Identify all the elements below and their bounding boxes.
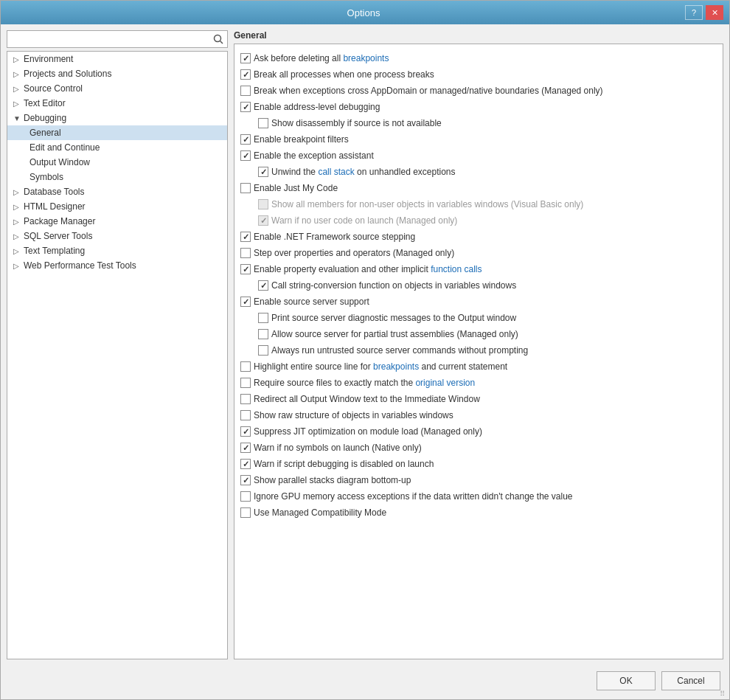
option-label: Highlight entire source line for breakpo… [254,360,507,373]
dialog-body: ▷ Environment ▷ Projects and Solutions ▷… [1,24,729,699]
sidebar-item-projects[interactable]: ▷ Projects and Solutions [7,66,227,81]
sidebar-item-general[interactable]: General [7,125,227,140]
cancel-button[interactable]: Cancel [661,671,720,690]
sidebar-item-label: Text Templating [24,246,85,256]
option-checkbox[interactable] [240,297,251,307]
option-label: Enable breakpoint filters [254,133,349,146]
option-checkbox[interactable] [240,475,251,485]
sidebar-item-sql-server[interactable]: ▷ SQL Server Tools [7,229,227,243]
option-row: Enable Just My Code [237,180,720,196]
sidebar-item-html-designer[interactable]: ▷ HTML Designer [7,199,227,214]
sidebar-item-output-window[interactable]: Output Window [7,155,227,170]
sidebar-item-text-templating[interactable]: ▷ Text Templating [7,243,227,258]
sidebar-item-label: HTML Designer [24,201,86,212]
sidebar-item-label: Symbols [29,172,63,182]
option-checkbox[interactable] [240,394,251,404]
sidebar-item-source-control[interactable]: ▷ Source Control [7,81,227,96]
option-row: Warn if script debugging is disabled on … [237,456,720,472]
sidebar-item-edit-continue[interactable]: Edit and Continue [7,140,227,155]
sidebar-item-label: Output Window [29,157,90,167]
option-row: Unwind the call stack on unhandled excep… [237,164,720,180]
option-checkbox[interactable] [240,248,251,258]
sidebar-item-package-manager[interactable]: ▷ Package Manager [7,214,227,229]
option-checkbox[interactable] [240,459,251,469]
option-checkbox[interactable] [240,53,251,63]
arrow-icon: ▷ [13,232,21,240]
option-label: Redirect all Output Window text to the I… [254,392,480,406]
option-checkbox[interactable] [240,264,251,274]
option-row: Use Managed Compatibility Mode [237,505,720,521]
option-row: Show raw structure of objects in variabl… [237,407,720,423]
option-checkbox[interactable] [240,378,251,388]
option-label: Enable address-level debugging [254,100,380,114]
option-label: Enable .NET Framework source stepping [254,230,415,243]
option-label: Warn if script debugging is disabled on … [254,457,434,471]
option-checkbox[interactable] [240,426,251,437]
sidebar-item-debugging[interactable]: ▼ Debugging [7,111,227,125]
option-checkbox[interactable] [258,215,268,226]
option-row: Show parallel stacks diagram bottom-up [237,472,720,488]
arrow-icon: ▷ [13,203,21,211]
main-content: ▷ Environment ▷ Projects and Solutions ▷… [7,30,723,659]
resize-handle[interactable]: ⠿ [720,690,729,699]
help-button[interactable]: ? [685,5,703,20]
option-row: Warn if no user code on launch (Managed … [237,212,720,229]
arrow-icon: ▷ [13,70,21,78]
option-row: Break when exceptions cross AppDomain or… [237,83,720,99]
option-row: Show disassembly if source is not availa… [237,115,720,131]
option-checkbox[interactable] [240,102,251,112]
option-checkbox[interactable] [258,167,268,177]
sidebar-item-text-editor[interactable]: ▷ Text Editor [7,96,227,111]
svg-point-0 [215,35,221,42]
option-checkbox[interactable] [240,232,251,242]
sidebar-item-web-perf[interactable]: ▷ Web Performance Test Tools [7,258,227,273]
option-checkbox[interactable] [258,118,268,128]
option-row: Enable property evaluation and other imp… [237,261,720,277]
option-row: Allow source server for partial trust as… [237,326,720,342]
option-checkbox[interactable] [258,313,268,323]
option-checkbox[interactable] [240,69,251,80]
option-checkbox[interactable] [240,410,251,420]
arrow-icon: ▷ [13,85,21,93]
option-checkbox[interactable] [240,361,251,372]
sidebar-item-label: Database Tools [24,187,85,197]
option-label: Step over properties and operators (Mana… [254,246,454,260]
option-row: Enable source server support [237,294,720,310]
option-label: Show disassembly if source is not availa… [271,117,442,130]
option-checkbox[interactable] [258,199,268,209]
option-checkbox[interactable] [240,183,251,193]
sidebar-item-environment[interactable]: ▷ Environment [7,52,227,66]
sidebar-item-database-tools[interactable]: ▷ Database Tools [7,184,227,199]
ok-button[interactable]: OK [597,671,656,690]
option-label: Enable the exception assistant [254,149,374,162]
search-input[interactable] [7,31,209,47]
options-dialog: Options ? ✕ [0,0,730,700]
option-row: Ignore GPU memory access exceptions if t… [237,488,720,505]
option-row: Warn if no symbols on launch (Native onl… [237,440,720,456]
option-checkbox[interactable] [240,443,251,453]
option-checkbox[interactable] [240,491,251,502]
title-bar: Options ? ✕ [1,1,729,24]
arrow-icon: ▷ [13,218,21,226]
search-icon [213,34,223,44]
option-label: Unwind the call stack on unhandled excep… [271,165,456,179]
sidebar-item-symbols[interactable]: Symbols [7,170,227,184]
close-button[interactable]: ✕ [706,5,723,20]
option-checkbox[interactable] [240,150,251,161]
option-row: Ask before deleting all breakpoints [237,50,720,66]
option-checkbox[interactable] [258,329,268,339]
option-checkbox[interactable] [258,345,268,356]
bottom-buttons: OK Cancel [7,665,723,693]
option-checkbox[interactable] [258,280,268,291]
search-button[interactable] [209,31,227,47]
sidebar-item-label: Debugging [24,113,66,123]
option-label: Break when exceptions cross AppDomain or… [254,84,603,97]
option-checkbox[interactable] [240,86,251,96]
option-row: Enable address-level debugging [237,99,720,115]
dialog-title: Options [42,7,685,18]
option-label: Break all processes when one process bre… [254,68,434,81]
option-checkbox[interactable] [240,134,251,145]
sidebar-item-label: Projects and Solutions [24,69,111,79]
option-label: Show parallel stacks diagram bottom-up [254,474,411,487]
option-checkbox[interactable] [240,507,251,518]
